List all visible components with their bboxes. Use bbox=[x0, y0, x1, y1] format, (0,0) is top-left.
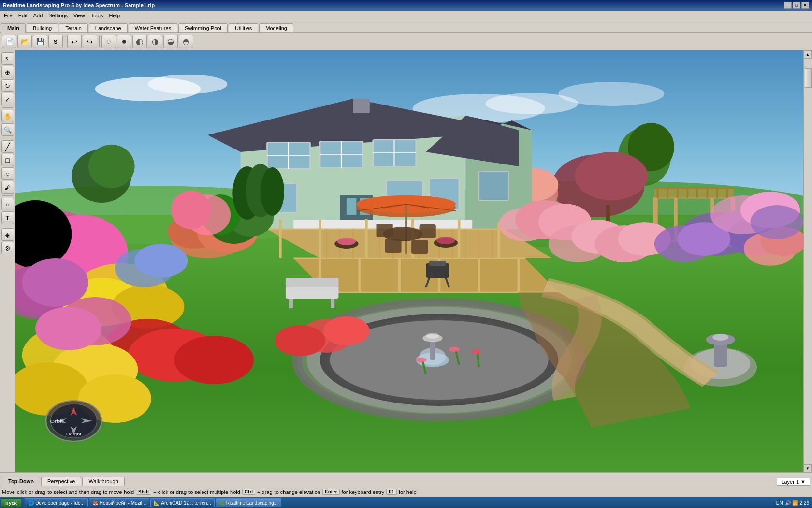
tool-text[interactable]: T bbox=[1, 211, 14, 224]
tool-move[interactable]: ⊕ bbox=[1, 66, 14, 78]
status-key-enter: Enter bbox=[322, 489, 340, 495]
tab-utilities[interactable]: Utilities bbox=[229, 23, 258, 32]
tab-building[interactable]: Building bbox=[27, 23, 58, 32]
view-tab-perspective[interactable]: Perspective bbox=[41, 477, 81, 486]
tool-draw-rect[interactable]: □ bbox=[1, 154, 14, 166]
svg-text:Orbit: Orbit bbox=[50, 419, 63, 424]
svg-rect-168 bbox=[331, 299, 334, 308]
tool-pan[interactable]: ✋ bbox=[1, 110, 14, 122]
save-as-button[interactable]: 💾 bbox=[33, 35, 47, 48]
menu-add[interactable]: Add bbox=[30, 12, 46, 19]
tool-3d[interactable]: ◈ bbox=[1, 228, 14, 241]
new-button[interactable]: 📄 bbox=[2, 35, 16, 48]
menu-help[interactable]: Help bbox=[106, 12, 123, 19]
start-button[interactable]: пуск bbox=[1, 498, 21, 507]
taskbar-icon-3: 📐 bbox=[154, 500, 160, 506]
tool-select[interactable]: ↖ bbox=[1, 52, 14, 65]
tool-zoom[interactable]: 🔍 bbox=[1, 123, 14, 136]
titlebar: Realtime Landscaping Pro 5 by Idea Spect… bbox=[0, 0, 812, 11]
left-tool-panel: ↖ ⊕ ↻ ⤢ ✋ 🔍 ╱ □ ○ 🖌 ↔ T ◈ ⚙ bbox=[0, 50, 15, 472]
svg-point-159 bbox=[416, 358, 427, 362]
svg-point-153 bbox=[426, 333, 439, 339]
right-scrollbar: ▲ ▼ bbox=[803, 50, 812, 472]
tool-circle2[interactable]: ● bbox=[117, 35, 131, 48]
taskbar-locale: EN bbox=[776, 500, 783, 506]
tool-scale[interactable]: ⤢ bbox=[1, 93, 14, 105]
scroll-track[interactable] bbox=[804, 58, 812, 464]
tool-sep-1 bbox=[2, 107, 13, 108]
taskbar-label-3: ArchiCAD 12 :: torren... bbox=[161, 500, 211, 506]
tab-terrain[interactable]: Terrain bbox=[59, 23, 88, 32]
app-title: Realtime Landscaping Pro 5 by Idea Spect… bbox=[3, 2, 784, 8]
taskbar-item-4[interactable]: 🌿 Realtime Landscaping... bbox=[216, 498, 281, 507]
svg-rect-96 bbox=[385, 239, 401, 253]
svg-rect-41 bbox=[347, 198, 357, 215]
tool-draw-line[interactable]: ╱ bbox=[1, 140, 14, 153]
menu-edit[interactable]: Edit bbox=[15, 12, 30, 19]
undo-button[interactable]: ↩ bbox=[67, 35, 82, 48]
view-tab-topdown[interactable]: Top-Down bbox=[2, 477, 40, 486]
tool-circle5[interactable]: ◒ bbox=[163, 35, 178, 48]
compass-widget[interactable] bbox=[23, 427, 60, 465]
minimize-button[interactable]: _ bbox=[784, 2, 792, 9]
view-tab-walkthrough[interactable]: Walkthrough bbox=[82, 477, 124, 486]
status-hold1: hold bbox=[124, 489, 134, 495]
scroll-down-arrow[interactable]: ▼ bbox=[804, 464, 812, 472]
taskbar-icon-1: 🌐 bbox=[28, 500, 34, 506]
taskbar-item-1[interactable]: 🌐 Developer page - Ide... bbox=[25, 498, 88, 507]
svg-rect-39 bbox=[353, 99, 370, 113]
tool-paint[interactable]: 🖌 bbox=[1, 181, 14, 194]
status-text7: for help bbox=[399, 489, 417, 495]
taskbar-icon-2: 🦊 bbox=[92, 500, 98, 506]
tool-measure[interactable]: ↔ bbox=[1, 198, 14, 210]
main-tabbar: Main Building Terrain Landscape Water Fe… bbox=[0, 20, 812, 33]
tab-modeling[interactable]: Modeling bbox=[259, 23, 293, 32]
tool-sep-3 bbox=[2, 195, 13, 196]
taskbar: пуск 🌐 Developer page - Ide... 🦊 Новый р… bbox=[0, 497, 812, 508]
taskbar-item-2[interactable]: 🦊 Новый рейн - Mozil... bbox=[89, 498, 149, 507]
scroll-thumb[interactable] bbox=[805, 68, 812, 88]
tab-water-features[interactable]: Water Features bbox=[129, 23, 177, 32]
maximize-button[interactable]: □ bbox=[793, 2, 800, 9]
menu-settings[interactable]: Settings bbox=[45, 12, 71, 19]
tool-circle4[interactable]: ◑ bbox=[148, 35, 162, 48]
tool-circle6[interactable]: ◓ bbox=[179, 35, 193, 48]
tab-swimming-pool[interactable]: Swimming Pool bbox=[178, 23, 228, 32]
tool-circle1[interactable]: ○ bbox=[102, 35, 116, 48]
svg-rect-151 bbox=[430, 341, 435, 360]
menu-tools[interactable]: Tools bbox=[88, 12, 106, 19]
svg-point-157 bbox=[472, 349, 481, 354]
tab-main[interactable]: Main bbox=[1, 23, 26, 33]
statusbar: Move click or drag to select and then dr… bbox=[0, 486, 812, 497]
taskbar-system-tray: EN 🔊 📶 2:26 bbox=[776, 500, 811, 506]
tab-landscape[interactable]: Landscape bbox=[89, 23, 128, 32]
tool-sep-4 bbox=[2, 226, 13, 226]
open-button[interactable]: 📂 bbox=[17, 35, 32, 48]
svg-point-155 bbox=[449, 347, 460, 352]
scroll-up-arrow[interactable]: ▲ bbox=[804, 50, 812, 58]
status-text6: for keyboard entry bbox=[342, 489, 385, 495]
svg-point-141 bbox=[135, 244, 188, 278]
status-text4: + drag bbox=[257, 489, 273, 495]
svg-point-10 bbox=[88, 145, 135, 188]
save-button[interactable]: S bbox=[48, 35, 63, 48]
redo-button[interactable]: ↪ bbox=[83, 35, 97, 48]
svg-point-139 bbox=[35, 307, 102, 350]
taskbar-item-3[interactable]: 📐 ArchiCAD 12 :: torren... bbox=[150, 498, 214, 507]
taskbar-label-2: Новый рейн - Mozil... bbox=[100, 500, 146, 506]
viewport[interactable]: Orbit Height bbox=[15, 50, 803, 472]
svg-point-180 bbox=[750, 205, 803, 239]
taskbar-icons: 🔊 📶 bbox=[785, 500, 798, 506]
tool-settings[interactable]: ⚙ bbox=[1, 242, 14, 254]
menu-file[interactable]: File bbox=[1, 12, 15, 19]
svg-rect-165 bbox=[286, 286, 339, 299]
tool-rotate[interactable]: ↻ bbox=[1, 79, 14, 92]
close-button[interactable]: ✕ bbox=[801, 2, 809, 9]
svg-point-120 bbox=[261, 167, 284, 216]
menu-view[interactable]: View bbox=[71, 12, 88, 19]
tool-draw-circle[interactable]: ○ bbox=[1, 167, 14, 180]
svg-point-131 bbox=[174, 336, 254, 384]
toolbar-sep-1 bbox=[65, 36, 65, 47]
tool-sep-2 bbox=[2, 138, 13, 138]
tool-circle3[interactable]: ◐ bbox=[132, 35, 147, 48]
